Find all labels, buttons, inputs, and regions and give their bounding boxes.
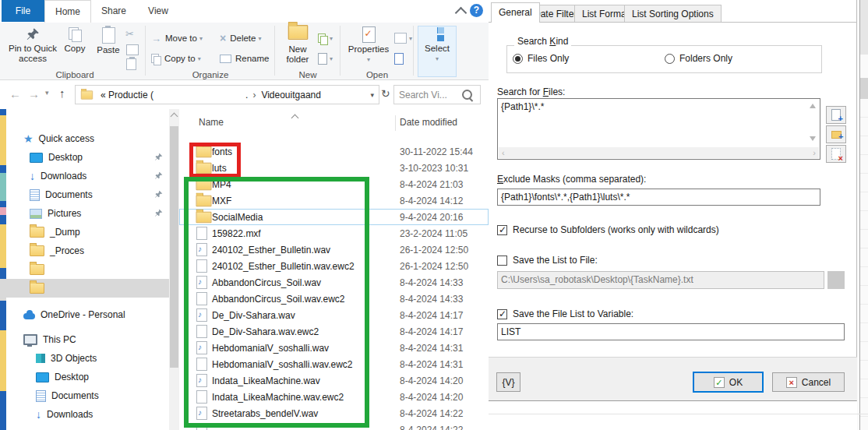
tab-view[interactable]: View <box>136 0 180 22</box>
right-strip-row-line <box>860 322 868 323</box>
folder-icon <box>30 283 44 294</box>
tab-share[interactable]: Share <box>91 0 136 22</box>
paste-shortcut-button[interactable] <box>126 58 136 70</box>
ok-button[interactable]: ✓ OK <box>693 372 764 393</box>
move-to-button[interactable]: →Move to▾ <box>151 30 217 46</box>
sidebar-item-folder[interactable] <box>6 279 169 298</box>
cancel-x-icon: × <box>786 377 797 388</box>
recent-locations-button[interactable]: ▾ <box>45 89 49 97</box>
radio-files-only[interactable]: Files Only <box>513 53 569 64</box>
tab-list-sorting-options[interactable]: List Sorting Options <box>624 5 722 22</box>
scroll-right-icon[interactable]: › <box>813 147 816 158</box>
breadcrumb-dot[interactable]: . <box>245 90 248 100</box>
forward-button[interactable]: → <box>28 87 40 100</box>
properties-button[interactable]: Properties ▾ <box>346 26 391 65</box>
sidebar-item-this-pc[interactable]: This PC <box>6 330 169 349</box>
sidebar-item--dump[interactable]: _Dump <box>6 223 169 241</box>
variable-name-input[interactable]: LIST <box>497 323 845 340</box>
address-bar[interactable]: « Productie ( . › Videouitgaand ▾ <box>75 85 379 104</box>
sidebar-item-quick-access[interactable]: ★Quick access <box>6 129 169 148</box>
add-file-mask-button[interactable]: + <box>826 106 846 124</box>
rename-button[interactable]: Rename <box>220 51 271 66</box>
horizontal-scrollbar[interactable]: ‹› <box>499 147 819 158</box>
copy-button[interactable]: Copy <box>59 26 90 54</box>
radio-unselected-icon <box>665 54 675 64</box>
sidebar-item-pictures[interactable]: Pictures <box>6 204 169 223</box>
column-header-name[interactable]: Name <box>199 117 224 128</box>
tab-home[interactable]: Home <box>44 0 91 23</box>
sidebar-item--proces[interactable]: _Proces <box>6 241 169 260</box>
sidebar-item-onedrive-personal[interactable]: OneDrive - Personal <box>6 305 169 324</box>
left-strip-segment <box>0 330 6 391</box>
back-button[interactable]: ← <box>9 87 21 100</box>
search-input[interactable]: Search Vi... <box>393 85 481 104</box>
sidebar-item-desktop[interactable]: Desktop <box>6 368 169 386</box>
sidebar-item-downloads[interactable]: ↓Downloads <box>6 167 169 185</box>
tab-file[interactable]: File <box>2 0 44 22</box>
sidebar-item-folder[interactable] <box>6 260 169 279</box>
browse-button[interactable] <box>827 271 845 289</box>
new-folder-button[interactable]: New folder <box>279 26 316 65</box>
nav-scrollbar[interactable] <box>169 109 179 430</box>
chevron-down-icon: ▾ <box>199 35 203 42</box>
edit-icon <box>394 53 404 65</box>
breadcrumb-prefix[interactable]: « Productie ( <box>101 90 153 100</box>
column-header-date-modified[interactable]: Date modified <box>400 117 457 128</box>
refresh-button[interactable]: ↻ <box>381 87 390 100</box>
nav-scrollbar-thumb[interactable] <box>170 126 178 368</box>
checkbox-checked-icon <box>497 309 507 319</box>
add-folder-mask-button[interactable]: + <box>826 125 846 143</box>
delete-mask-button[interactable]: × <box>826 145 846 163</box>
sidebar-item-documents[interactable]: Documents <box>6 386 169 405</box>
help-button[interactable]: ? <box>470 4 483 17</box>
sidebar-item-label: _Proces <box>50 245 84 256</box>
cancel-button[interactable]: × Cancel <box>772 372 845 392</box>
save-file-path-input[interactable]: C:\Users\sa_robotask\Desktop\{TaskName}.… <box>497 271 824 289</box>
minimize-ribbon-button[interactable] <box>457 9 465 17</box>
scroll-up-icon[interactable] <box>171 114 177 119</box>
tab-share-label: Share <box>101 5 126 16</box>
edit-button[interactable] <box>394 51 404 66</box>
delete-button[interactable]: ×Delete▾ <box>220 30 271 46</box>
pushpin-icon[interactable] <box>154 209 163 220</box>
pushpin-icon[interactable] <box>154 190 163 201</box>
sidebar-item-desktop[interactable]: Desktop <box>6 148 169 167</box>
pushpin-icon[interactable] <box>154 153 163 164</box>
left-strip-segment <box>0 224 6 268</box>
scroll-left-icon[interactable]: ‹ <box>502 147 505 158</box>
sidebar-item-downloads[interactable]: ↓Downloads <box>6 405 169 424</box>
pushpin-icon[interactable] <box>154 171 163 182</box>
tab-general[interactable]: General <box>491 2 540 23</box>
copy-to-button[interactable]: Copy to▾ <box>151 51 217 66</box>
scroll-up-icon[interactable] <box>810 104 816 108</box>
sidebar-item-documents[interactable]: Documents <box>6 185 169 204</box>
exclude-masks-input[interactable]: {Path1}\fonts\*.*,{Path1}\luts\*.* <box>497 189 820 206</box>
breadcrumb-segment[interactable]: Videouitgaand <box>261 90 321 100</box>
file-date-modified: 8-4-2024 14:20 <box>400 392 463 403</box>
new-item-button[interactable]: ▾ <box>318 51 333 66</box>
right-strip-row-line <box>860 192 868 192</box>
paste-button[interactable]: Paste <box>92 26 125 55</box>
breadcrumb-separator: › <box>252 90 256 100</box>
radio-folders-only[interactable]: Folders Only <box>665 53 732 64</box>
easy-access-button[interactable]: ▾ <box>318 30 333 46</box>
variables-button[interactable]: {V} <box>496 372 520 392</box>
pin-to-quick-access-button[interactable]: Pin to Quick access <box>8 26 58 64</box>
right-strip-row-line <box>860 136 868 136</box>
sidebar-item-3d-objects[interactable]: 3D Objects <box>6 349 169 368</box>
copy-path-button[interactable] <box>126 44 139 55</box>
right-strip-row-line <box>860 416 868 417</box>
save-list-to-variable-checkbox[interactable]: Save the File List to Variable: <box>497 308 633 319</box>
save-list-to-file-checkbox[interactable]: Save the List to File: <box>497 255 598 266</box>
cut-button[interactable]: ✂ <box>125 28 134 40</box>
search-for-files-input[interactable]: {Path1}\*.* ‹› <box>497 98 820 160</box>
scroll-down-icon[interactable] <box>810 136 816 141</box>
recurse-subfolders-checkbox[interactable]: Recurse to Subfolders (works only with w… <box>497 224 719 235</box>
select-button[interactable]: Select ▾ <box>419 26 455 64</box>
history-button[interactable]: ▾ <box>394 30 412 46</box>
up-button[interactable]: ↑ <box>59 86 65 100</box>
address-dropdown-icon[interactable]: ▾ <box>370 91 374 99</box>
monitor-icon <box>30 153 43 163</box>
column-separator[interactable] <box>395 115 396 131</box>
tab-view-label: View <box>148 5 168 16</box>
